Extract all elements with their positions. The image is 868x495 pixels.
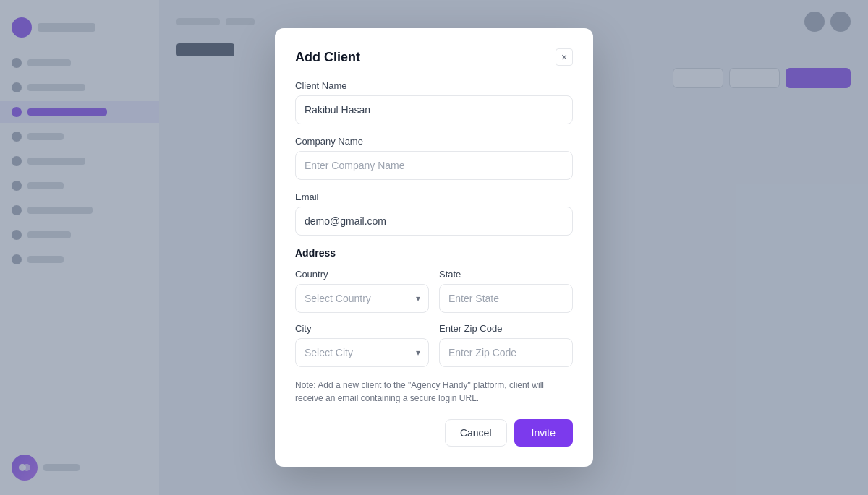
modal-footer: Cancel Invite bbox=[295, 419, 573, 447]
modal-overlay: Add Client × Client Name Company Name Em… bbox=[0, 0, 868, 495]
zip-label: Enter Zip Code bbox=[439, 323, 573, 334]
state-label: State bbox=[439, 269, 573, 280]
email-group: Email bbox=[295, 191, 573, 236]
invite-button[interactable]: Invite bbox=[514, 419, 573, 447]
city-select[interactable]: Select City bbox=[295, 338, 429, 367]
company-name-label: Company Name bbox=[295, 136, 573, 147]
close-button[interactable]: × bbox=[556, 48, 573, 66]
modal-title: Add Client bbox=[295, 50, 360, 65]
address-grid: Country Select Country ▾ State City bbox=[295, 269, 573, 367]
city-select-wrapper: Select City ▾ bbox=[295, 338, 429, 367]
address-section: Address Country Select Country ▾ State bbox=[295, 247, 573, 367]
cancel-button[interactable]: Cancel bbox=[445, 419, 507, 447]
note-text: Note: Add a new client to the "Agency Ha… bbox=[295, 379, 573, 405]
country-label: Country bbox=[295, 269, 429, 280]
email-label: Email bbox=[295, 191, 573, 202]
country-group: Country Select Country ▾ bbox=[295, 269, 429, 313]
zip-group: Enter Zip Code bbox=[439, 323, 573, 367]
client-name-input[interactable] bbox=[295, 95, 573, 124]
country-select[interactable]: Select Country bbox=[295, 284, 429, 313]
company-name-group: Company Name bbox=[295, 136, 573, 180]
client-name-label: Client Name bbox=[295, 80, 573, 91]
add-client-modal: Add Client × Client Name Company Name Em… bbox=[275, 28, 593, 467]
city-label: City bbox=[295, 323, 429, 334]
modal-header: Add Client × bbox=[295, 48, 573, 66]
email-input[interactable] bbox=[295, 207, 573, 236]
zip-input[interactable] bbox=[439, 338, 573, 367]
state-input[interactable] bbox=[439, 284, 573, 313]
city-group: City Select City ▾ bbox=[295, 323, 429, 367]
company-name-input[interactable] bbox=[295, 151, 573, 180]
country-select-wrapper: Select Country ▾ bbox=[295, 284, 429, 313]
client-name-group: Client Name bbox=[295, 80, 573, 124]
state-group: State bbox=[439, 269, 573, 313]
address-section-title: Address bbox=[295, 247, 573, 259]
